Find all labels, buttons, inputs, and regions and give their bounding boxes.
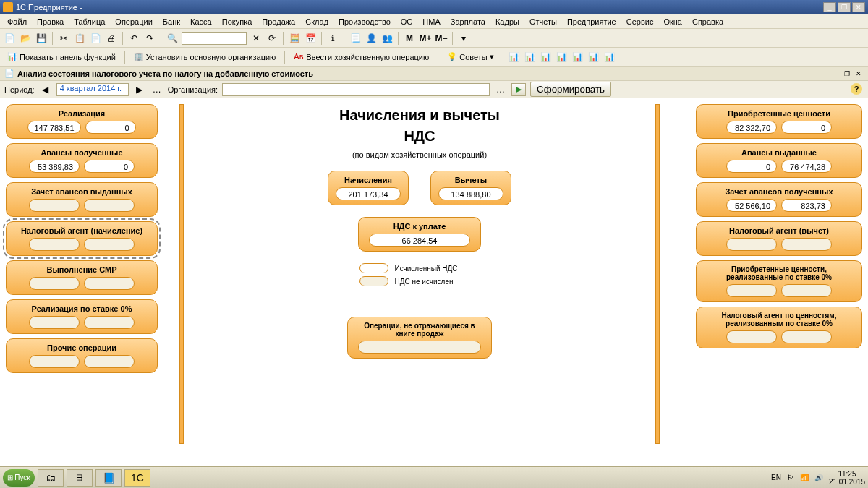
- cut-icon[interactable]: ✂: [57, 32, 70, 45]
- redo-icon[interactable]: ↷: [143, 32, 156, 45]
- block-realizaciya-0[interactable]: Реализация по ставке 0%: [6, 299, 158, 334]
- block-nalogovyj-agent-0[interactable]: Налоговый агент по ценностям, реализован…: [696, 307, 862, 348]
- org-input[interactable]: [222, 83, 490, 96]
- menu-reports[interactable]: Отчеты: [525, 16, 561, 27]
- menu-cash[interactable]: Касса: [186, 16, 216, 27]
- report3-icon[interactable]: 📊: [540, 51, 553, 64]
- menu-enterprise[interactable]: Предприятие: [563, 16, 621, 27]
- tray-clock[interactable]: 11:25 21.01.2015: [829, 470, 865, 486]
- menu-edit[interactable]: Правка: [33, 16, 68, 27]
- menu-file[interactable]: Файл: [3, 16, 31, 27]
- tray-flag-icon[interactable]: 🏳: [787, 474, 794, 481]
- block-vychety[interactable]: Вычеты 134 888,80: [430, 171, 511, 205]
- zoom-m-icon[interactable]: M: [403, 32, 416, 45]
- doc-maximize-button[interactable]: ❐: [842, 69, 852, 78]
- minimize-button[interactable]: _: [823, 2, 836, 12]
- block-realizaciya[interactable]: Реализация 147 783,510: [6, 104, 158, 139]
- menu-personnel[interactable]: Кадры: [491, 16, 524, 27]
- menu-os[interactable]: ОС: [396, 16, 417, 27]
- info-icon[interactable]: ℹ: [326, 32, 339, 45]
- menu-sale[interactable]: Продажа: [258, 16, 299, 27]
- users-icon[interactable]: 👥: [380, 32, 393, 45]
- refresh-icon[interactable]: ⟳: [265, 32, 278, 45]
- print-icon[interactable]: 🖨: [105, 32, 118, 45]
- taskbar: ⊞Пуск 🗂 🖥 📘 1C EN 🏳 📶 🔊 11:25 21.01.2015: [0, 466, 868, 488]
- calc-icon[interactable]: 🧮: [288, 32, 301, 45]
- search-icon[interactable]: 🔍: [166, 32, 179, 45]
- search-input[interactable]: [182, 32, 247, 45]
- doc-close-button[interactable]: ✕: [854, 69, 864, 78]
- clear-icon[interactable]: ✕: [250, 32, 263, 45]
- block-priobretennye-cennosti[interactable]: Приобретенные ценности 82 322,700: [696, 104, 862, 139]
- menu-purchase[interactable]: Покупка: [218, 16, 257, 27]
- block-vypolnenie-smr[interactable]: Выполнение СМР: [6, 260, 158, 295]
- menu-windows[interactable]: Окна: [659, 16, 686, 27]
- block-nachisleniya[interactable]: Начисления 201 173,34: [328, 171, 409, 205]
- report5-icon[interactable]: 📊: [571, 51, 584, 64]
- tray-lang[interactable]: EN: [771, 474, 781, 481]
- help-icon[interactable]: ?: [851, 83, 862, 95]
- menu-help[interactable]: Справка: [688, 16, 728, 27]
- zoom-mp-icon[interactable]: M+: [419, 32, 432, 45]
- form-button[interactable]: Сформировать: [530, 82, 611, 97]
- report4-icon[interactable]: 📊: [556, 51, 569, 64]
- start-button[interactable]: ⊞Пуск: [3, 469, 35, 487]
- block-nalogovyj-agent-vychet[interactable]: Налоговый агент (вычет): [696, 221, 862, 256]
- period-next-icon[interactable]: ▶: [133, 83, 146, 96]
- org-label: Организация:: [168, 85, 218, 94]
- copy-icon[interactable]: 📋: [73, 32, 86, 45]
- menu-operations[interactable]: Операции: [111, 16, 156, 27]
- close-button[interactable]: ✕: [852, 2, 865, 12]
- task-explorer-icon[interactable]: 🗂: [38, 469, 64, 487]
- user-icon[interactable]: 👤: [365, 32, 378, 45]
- doc-minimize-button[interactable]: _: [830, 69, 841, 78]
- menu-service[interactable]: Сервис: [622, 16, 658, 27]
- task-app1-icon[interactable]: 🖥: [67, 469, 93, 487]
- report2-icon[interactable]: 📊: [524, 51, 537, 64]
- task-1c-icon[interactable]: 1C: [124, 469, 150, 487]
- block-ops-not-in-book[interactable]: Операции, не отражающиеся в книге продаж: [347, 317, 492, 359]
- menu-bank[interactable]: Банк: [158, 16, 184, 27]
- report6-icon[interactable]: 📊: [587, 51, 600, 64]
- block-priobretennye-0[interactable]: Приобретенные ценности, реализованные по…: [696, 260, 862, 302]
- tips-button[interactable]: 💡Советы ▾: [443, 51, 498, 64]
- dropdown-icon[interactable]: ▾: [457, 32, 470, 45]
- block-prochie-operacii[interactable]: Прочие операции: [6, 338, 158, 373]
- block-zachet-avansov-poluchennyh[interactable]: Зачет авансов полученных 52 566,10823,73: [696, 182, 862, 217]
- tray-sound-icon[interactable]: 🔊: [814, 474, 823, 481]
- menu-nma[interactable]: НМА: [418, 16, 444, 27]
- calendar-icon[interactable]: 📅: [304, 32, 317, 45]
- block-nalogovyj-agent-nachislenie[interactable]: Налоговый агент (начисление): [6, 221, 158, 256]
- org-select-icon[interactable]: …: [494, 83, 507, 96]
- open-icon[interactable]: 📂: [19, 32, 32, 45]
- maximize-button[interactable]: ❐: [838, 2, 851, 12]
- menu-warehouse[interactable]: Склад: [301, 16, 333, 27]
- menu-table[interactable]: Таблица: [69, 16, 109, 27]
- tray-net-icon[interactable]: 📶: [800, 474, 809, 481]
- block-zachet-avansov-vydannyh[interactable]: Зачет авансов выданных: [6, 182, 158, 217]
- parameter-bar: Период: ◀ 4 квартал 2014 г. ▶ … Организа…: [0, 81, 868, 98]
- doc-icon[interactable]: 📃: [349, 32, 362, 45]
- block-avansy-poluchennye[interactable]: Авансы полученные 53 389,830: [6, 143, 158, 178]
- menu-salary[interactable]: Зарплата: [446, 16, 490, 27]
- doc-icon: 📄: [4, 69, 14, 78]
- period-select-icon[interactable]: …: [150, 83, 163, 96]
- report1-icon[interactable]: 📊: [508, 51, 521, 64]
- block-nds-k-uplate[interactable]: НДС к уплате 66 284,54: [358, 217, 481, 252]
- task-app2-icon[interactable]: 📘: [95, 469, 122, 487]
- enter-op-button[interactable]: АвВвести хозяйственную операцию: [289, 51, 433, 64]
- new-icon[interactable]: 📄: [3, 32, 16, 45]
- paste-icon[interactable]: 📄: [89, 32, 102, 45]
- show-panel-button[interactable]: 📊Показать панель функций: [3, 51, 120, 64]
- zoom-mm-icon[interactable]: M−: [435, 32, 448, 45]
- left-column: Реализация 147 783,510 Авансы полученные…: [6, 104, 158, 444]
- menu-production[interactable]: Производство: [334, 16, 395, 27]
- block-avansy-vydannye[interactable]: Авансы выданные 076 474,28: [696, 143, 862, 178]
- run-button[interactable]: ▶: [511, 83, 526, 96]
- undo-icon[interactable]: ↶: [127, 32, 140, 45]
- set-org-button[interactable]: 🏢Установить основную организацию: [129, 51, 281, 64]
- period-input[interactable]: 4 квартал 2014 г.: [56, 83, 129, 96]
- report7-icon[interactable]: 📊: [603, 51, 616, 64]
- period-prev-icon[interactable]: ◀: [39, 83, 52, 96]
- save-icon[interactable]: 💾: [35, 32, 48, 45]
